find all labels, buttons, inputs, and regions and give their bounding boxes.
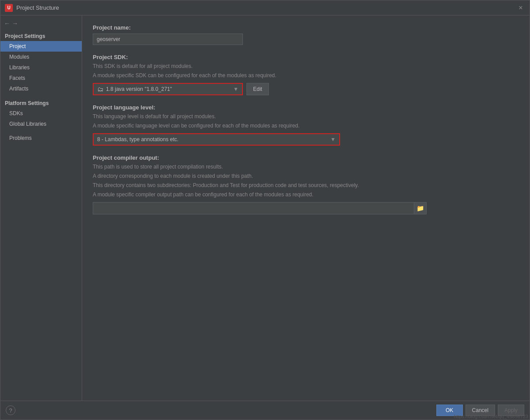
sidebar-item-global-libraries[interactable]: Global Libraries [0,119,82,129]
back-arrow[interactable]: ← [4,20,10,27]
compiler-help-line3: This directory contains two subdirectori… [93,181,519,189]
forward-arrow[interactable]: → [12,20,18,27]
sidebar-item-modules[interactable]: Modules [0,52,82,62]
compiler-help-line2: A directory corresponding to each module… [93,172,519,180]
compiler-help-line1: This path is used to store all project c… [93,163,519,171]
watermark: https://blog.csdn.net/qq_45856723 [454,414,528,419]
compiler-label: Project compiler output: [93,154,519,161]
app-icon: U [5,4,13,12]
title-bar-left: U Project Structure [5,4,59,12]
project-name-section: Project name: [93,24,519,45]
platform-settings-header: Platform Settings [0,98,82,108]
sdk-chevron-down-icon: ▼ [233,86,238,92]
language-dropdown-text: 8 - Lambdas, type annotations etc. [97,136,330,142]
sidebar-item-problems[interactable]: Problems [0,133,82,143]
language-section: Project language level: This language le… [93,104,519,146]
language-label: Project language level: [93,104,519,111]
sidebar-item-facets[interactable]: Facets [0,73,82,83]
compiler-output-input[interactable] [93,205,414,211]
nav-arrows: ← → [0,18,82,30]
compiler-section: Project compiler output: This path is us… [93,154,519,214]
sidebar-item-artifacts[interactable]: Artifacts [0,83,82,94]
help-button[interactable]: ? [6,405,15,415]
sidebar-item-project[interactable]: Project [0,41,82,52]
compiler-output-folder-button[interactable]: 📁 [414,202,426,214]
compiler-help-line4: A module specific compiler output path c… [93,191,519,199]
compiler-output-row: 📁 [93,202,427,214]
sdk-dropdown-text: 1.8 java version "1.8.0_271" [106,86,233,92]
project-settings-header: Project Settings [0,30,82,41]
sdk-help-line2: A module specific SDK can be configured … [93,71,519,79]
close-button[interactable]: × [516,4,525,12]
sdk-section: Project SDK: This SDK is default for all… [93,54,519,95]
sdk-row: 🗂 1.8 java version "1.8.0_271" ▼ Edit [93,83,519,95]
main-content: Project name: Project SDK: This SDK is d… [82,15,530,401]
bottom-bar: ? OK Cancel Apply [0,401,530,420]
dialog-body: ← → Project Settings Project Modules Lib… [0,15,530,401]
folder-icon: 📁 [416,205,424,212]
sidebar-item-libraries[interactable]: Libraries [0,62,82,73]
sdk-dropdown[interactable]: 🗂 1.8 java version "1.8.0_271" ▼ [93,83,243,95]
project-name-label: Project name: [93,24,519,31]
sdk-help-line1: This SDK is default for all project modu… [93,62,519,70]
dialog-window: U Project Structure × ← → Project Settin… [0,0,530,420]
title-bar: U Project Structure × [0,0,530,15]
sdk-label: Project SDK: [93,54,519,60]
language-chevron-down-icon: ▼ [330,136,336,142]
bottom-left: ? [6,405,15,415]
sdk-folder-icon: 🗂 [97,86,103,93]
sidebar: ← → Project Settings Project Modules Lib… [0,15,82,401]
project-name-input[interactable] [93,34,243,45]
dialog-title: Project Structure [16,4,59,11]
sidebar-item-sdks[interactable]: SDKs [0,108,82,119]
language-help-line2: A module specific language level can be … [93,122,519,130]
sdk-edit-button[interactable]: Edit [246,83,269,95]
language-dropdown[interactable]: 8 - Lambdas, type annotations etc. ▼ [93,133,340,146]
language-help-line1: This language level is default for all p… [93,112,519,120]
